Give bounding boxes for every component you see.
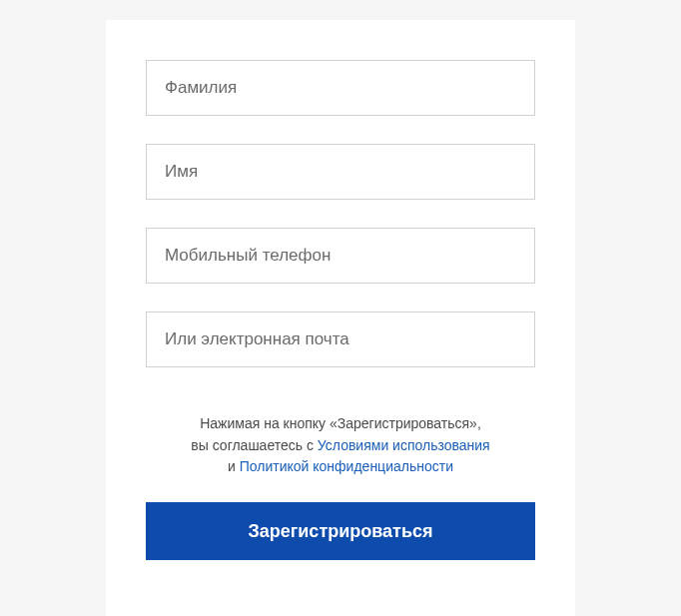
registration-form-card: Нажимая на кнопку «Зарегистрироваться», … bbox=[106, 20, 575, 616]
privacy-link[interactable]: Политикой конфиденциальности bbox=[240, 458, 453, 474]
consent-text: Нажимая на кнопку «Зарегистрироваться», … bbox=[146, 413, 535, 478]
email-input[interactable] bbox=[146, 311, 535, 367]
consent-line3-prefix: и bbox=[228, 458, 240, 474]
name-input[interactable] bbox=[146, 144, 535, 200]
terms-link[interactable]: Условиями использования bbox=[318, 437, 490, 453]
consent-line1: Нажимая на кнопку «Зарегистрироваться», bbox=[200, 415, 481, 431]
surname-input[interactable] bbox=[146, 60, 535, 116]
register-button[interactable]: Зарегистрироваться bbox=[146, 502, 535, 560]
consent-line2-prefix: вы соглашаетесь с bbox=[191, 437, 318, 453]
phone-input[interactable] bbox=[146, 228, 535, 284]
